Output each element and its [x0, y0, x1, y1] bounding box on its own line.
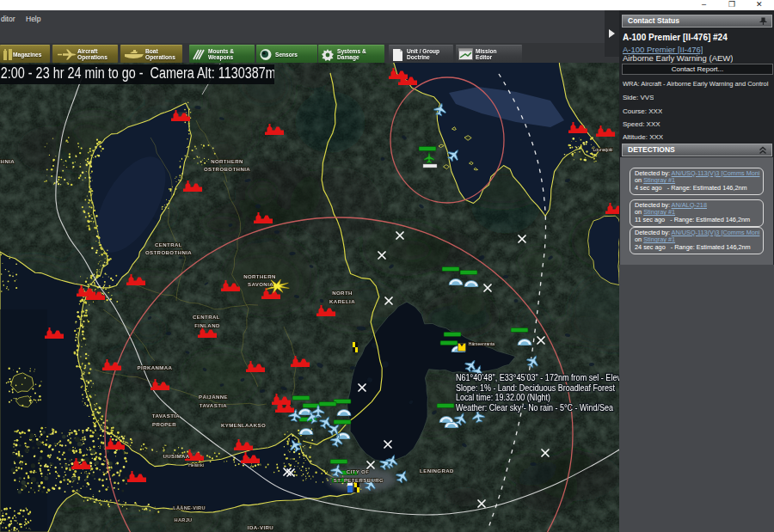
svg-text:LÄÄNE-VIRU: LÄÄNE-VIRU: [173, 505, 206, 511]
svg-text:UUSIMAA: UUSIMAA: [163, 453, 189, 459]
svg-text:ST. PETERSBURG: ST. PETERSBURG: [334, 477, 384, 483]
svg-text:CENTRAL: CENTRAL: [193, 314, 220, 320]
svg-text:KARELIA: KARELIA: [329, 298, 355, 304]
svg-text:Local time: 19.32.00 (NIght): Local time: 19.32.00 (NIght): [456, 393, 550, 402]
svg-text:TAVASTIA: TAVASTIA: [152, 413, 181, 419]
svg-text:Slope: 1% - Land: Deciduous: Slope: 1% - Land: Deciduous Broadleaf Fo…: [456, 383, 615, 393]
svg-text:NORTHERN: NORTHERN: [211, 158, 243, 164]
svg-text:NORTHERN: NORTHERN: [243, 273, 276, 279]
svg-text:PÄIJÄNNE: PÄIJÄNNE: [199, 394, 228, 400]
svg-text:SAVONIA: SAVONIA: [248, 281, 273, 287]
svg-text:PROPER: PROPER: [152, 421, 176, 427]
svg-text:LENINGRAD: LENINGRAD: [420, 468, 454, 474]
svg-text:NORTH: NORTH: [332, 290, 353, 296]
svg-text:HARJU: HARJU: [175, 517, 193, 523]
svg-text:N61°40’48", E33°45’03" - 172nm: N61°40’48", E33°45’03" - 172nm from sel …: [456, 373, 619, 382]
svg-text:Hämeenranta: Hämeenranta: [469, 341, 495, 346]
svg-text:CENTRAL: CENTRAL: [155, 242, 182, 248]
svg-text:CITY OF: CITY OF: [347, 468, 370, 474]
svg-text:Helsinki: Helsinki: [188, 462, 204, 468]
svg-text:OSTROBOTHNIA: OSTROBOTHNIA: [204, 166, 250, 172]
svg-text:TAVASTIA: TAVASTIA: [200, 402, 228, 408]
svg-text:PIRKANMAA: PIRKANMAA: [138, 364, 173, 370]
svg-text:OSTROBOTHNIA: OSTROBOTHNIA: [145, 249, 192, 255]
svg-text:IDA-VIRU: IDA-VIRU: [248, 524, 273, 530]
svg-text:Lounatjoki: Lounatjoki: [593, 147, 613, 152]
svg-text:KYMENLAAKSO: KYMENLAAKSO: [221, 422, 266, 428]
svg-text:Weather: Clear sky - No rain -: Weather: Clear sky - No rain - 5°C - Win…: [456, 403, 613, 413]
svg-text:OSTROBOTHNIA: OSTROBOTHNIA: [0, 158, 15, 164]
svg-text:FINLAND: FINLAND: [194, 322, 220, 328]
